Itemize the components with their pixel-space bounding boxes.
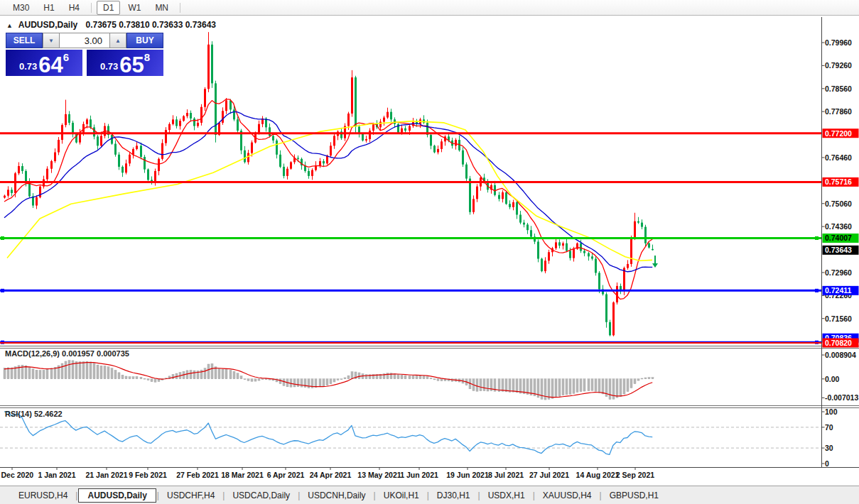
- timeframe-toolbar: M30H1H4D1W1MN: [0, 0, 859, 16]
- rsi-indicator-label: RSI(14) 52.4622: [5, 410, 63, 418]
- buy-price-display[interactable]: 0.73 65 8: [87, 50, 163, 76]
- sell-price-display[interactable]: 0.73 64 6: [6, 50, 82, 76]
- sell-price-sup: 6: [63, 51, 69, 63]
- spin-down-icon: ▼: [48, 38, 54, 44]
- spin-up-icon: ▲: [115, 38, 121, 44]
- time-axis[interactable]: 12 Dec 20201 Jan 202121 Jan 20219 Feb 20…: [0, 467, 654, 479]
- date-label: 18 Mar 2021: [221, 471, 264, 479]
- chart-tab-AUDUSD-Daily[interactable]: AUDUSD,Daily: [78, 488, 156, 503]
- axis-label: 0.77860: [825, 107, 852, 116]
- axis-label: 0.76460: [825, 153, 852, 162]
- sell-arrow-marker[interactable]: [652, 256, 658, 268]
- axis-label: 0: [825, 459, 829, 468]
- axis-label: 0.77200: [825, 129, 852, 138]
- date-label: 1 Jan 2021: [38, 471, 75, 479]
- tab-separator: |: [533, 491, 535, 500]
- axis-label: 0.008904: [825, 351, 856, 359]
- timeframe-button-H4[interactable]: H4: [63, 1, 86, 15]
- tab-separator: |: [374, 491, 376, 500]
- hline-handle-left[interactable]: [1, 236, 4, 240]
- date-label: 6 Apr 2021: [267, 471, 305, 479]
- chart-tabbar: EURUSD,H4|AUDUSD,Daily|USDCHF,H4|USDCAD,…: [0, 486, 859, 504]
- symbol-name: AUDUSD,Daily: [18, 20, 77, 30]
- volume-decrease-button[interactable]: ▼: [43, 33, 60, 48]
- timeframe-button-H1[interactable]: H1: [37, 1, 60, 15]
- chart-tab-XAUUSD-H4[interactable]: XAUUSD,H4: [536, 488, 599, 503]
- chart-tab-UKOil-H1[interactable]: UKOil,H1: [377, 488, 426, 503]
- toolbar-separator: [180, 3, 180, 13]
- one-click-trade-panel: SELL ▼ 3.00 ▲ BUY 0.73 64 6 0.73 65 8: [6, 33, 163, 76]
- chart-tab-USDX-H1[interactable]: USDX,H1: [481, 488, 532, 503]
- chart-tab-USDCHF-H4[interactable]: USDCHF,H4: [160, 488, 222, 503]
- ohlc-values: 0.73675 0.73810 0.73633 0.73643: [86, 20, 217, 30]
- tab-separator: |: [427, 491, 429, 500]
- date-label: 13 May 2021: [357, 471, 401, 479]
- axis-label: 30: [825, 444, 833, 452]
- date-label: 24 Apr 2021: [310, 471, 352, 479]
- buy-price-sup: 8: [144, 51, 150, 63]
- axis-label: 0.74007: [825, 234, 852, 242]
- axis-label: 0.71560: [825, 314, 852, 323]
- axis-label: 0.70820: [825, 339, 852, 347]
- axis-label: 0.79260: [825, 61, 852, 70]
- sell-price-small: 0.73: [19, 61, 37, 72]
- hline-handle-right[interactable]: [815, 289, 819, 292]
- axis-label: 0.74360: [825, 222, 852, 231]
- axis-label: -0.007013: [825, 393, 858, 402]
- date-label: 12 Dec 2020: [0, 471, 33, 479]
- chart-tab-DJ30-H1[interactable]: DJ30,H1: [430, 488, 477, 503]
- chart-tab-USDCNH-Daily[interactable]: USDCNH,Daily: [301, 488, 372, 503]
- buy-price-small: 0.73: [100, 61, 118, 72]
- axis-label: 0.75060: [825, 199, 852, 208]
- axis-label: 0.72960: [825, 268, 852, 277]
- date-label: 8 Jul 2021: [488, 471, 524, 479]
- tab-separator: |: [298, 491, 300, 500]
- timeframe-button-W1[interactable]: W1: [121, 1, 147, 15]
- horizontal-level-lines[interactable]: [0, 133, 821, 344]
- axis-label: 0.79960: [825, 38, 852, 47]
- axis-label: 0.78560: [825, 84, 852, 93]
- date-label: 21 Jan 2021: [86, 471, 128, 479]
- trading-terminal: { "toolbar": { "items": [ {"label": "M30…: [0, 0, 859, 504]
- chart-title: ▲ AUDUSD,Daily 0.73675 0.73810 0.73633 0…: [6, 20, 216, 30]
- tab-separator: |: [478, 491, 480, 500]
- hline-handle-right[interactable]: [815, 236, 819, 240]
- timeframe-button-M30[interactable]: M30: [6, 1, 36, 15]
- price-axis[interactable]: 0.799600.792600.785600.778600.764600.750…: [822, 17, 859, 468]
- volume-input[interactable]: 3.00: [60, 33, 109, 48]
- date-label: 2 Sep 2021: [616, 471, 654, 479]
- axis-label: 0.73643: [825, 246, 852, 254]
- timeframe-button-D1[interactable]: D1: [97, 1, 120, 15]
- tab-separator: |: [222, 491, 225, 500]
- buy-button[interactable]: BUY: [126, 33, 163, 48]
- date-label: 27 Feb 2021: [176, 471, 219, 479]
- hline-handle-left[interactable]: [1, 289, 4, 292]
- axis-label: 70: [825, 423, 833, 432]
- date-label: 9 Feb 2021: [129, 471, 167, 479]
- collapse-triangle-icon[interactable]: ▲: [6, 22, 13, 29]
- axis-label: 0.75716: [825, 177, 852, 186]
- ma-slow: [7, 121, 652, 261]
- timeframe-button-MN[interactable]: MN: [148, 1, 175, 15]
- axis-label: 100: [825, 407, 838, 416]
- volume-increase-button[interactable]: ▲: [109, 33, 126, 48]
- date-label: 1 Jun 2021: [400, 471, 438, 479]
- ma-fast: [4, 99, 652, 300]
- macd-indicator-label: MACD(12,26,9) 0.001957 0.000735: [5, 349, 129, 358]
- macd-pane: [4, 361, 654, 400]
- chart-tab-GBPUSD-H1[interactable]: GBPUSD,H1: [603, 488, 666, 503]
- chart-tab-EURUSD-H4[interactable]: EURUSD,H4: [11, 488, 75, 503]
- toolbar-separator: [91, 3, 92, 13]
- buy-price-big: 65: [119, 55, 144, 75]
- axis-label: 0.00: [825, 375, 840, 383]
- sell-button[interactable]: SELL: [6, 33, 43, 48]
- axis-label: 0.72411: [825, 286, 852, 295]
- chart-tab-USDCAD-Daily[interactable]: USDCAD,Daily: [225, 488, 297, 503]
- date-label: 27 Jul 2021: [529, 471, 569, 479]
- date-label: 14 Aug 2021: [576, 471, 620, 479]
- tab-separator: |: [600, 491, 602, 500]
- main-price-pane: [0, 32, 821, 344]
- tab-separator: |: [75, 491, 77, 500]
- sell-price-big: 64: [38, 55, 63, 75]
- date-label: 19 Jun 2021: [446, 471, 489, 479]
